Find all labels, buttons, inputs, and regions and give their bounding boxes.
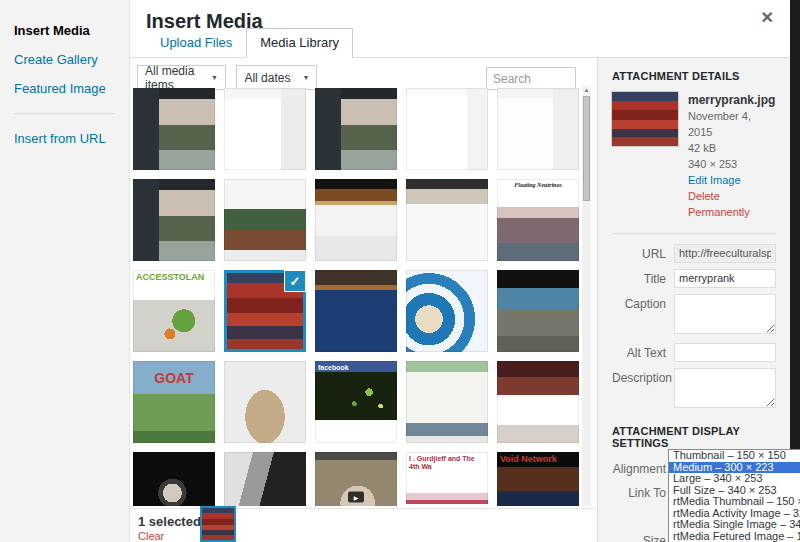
caption-field[interactable] <box>674 294 776 334</box>
menu-item-featured-image[interactable]: Featured Image <box>0 74 129 103</box>
clear-selection-link[interactable]: Clear <box>138 530 164 542</box>
play-icon: ▶ <box>348 492 364 503</box>
attachment-date: November 4, 2015 <box>688 109 776 141</box>
media-item-youtube-screenshot[interactable] <box>315 179 397 261</box>
tab-media-library[interactable]: Media Library <box>246 28 353 58</box>
description-field[interactable] <box>674 368 776 408</box>
media-item-form-screenshot[interactable] <box>406 88 488 170</box>
alt-text-field[interactable] <box>674 343 776 362</box>
display-settings-heading: ATTACHMENT DISPLAY SETTINGS <box>612 425 776 449</box>
date-filter[interactable]: All dates ▼ <box>236 65 317 90</box>
media-modal-menu: Insert Media Create Gallery Featured Ima… <box>0 0 130 542</box>
chevron-down-icon: ▼ <box>211 74 218 81</box>
media-router-tabs: Upload Files Media Library <box>146 28 353 58</box>
attachment-sidebar: ATTACHMENT DETAILS merryprank.jpg Novemb… <box>597 58 790 542</box>
edit-image-link[interactable]: Edit Image <box>688 173 776 189</box>
media-item-photo-archive-page[interactable] <box>315 270 397 352</box>
link-to-label: Link To <box>612 483 674 502</box>
selected-count: 1 selected <box>138 514 201 529</box>
grid-scrollbar[interactable]: ▲ <box>582 86 591 506</box>
insert-media-modal: Insert Media Create Gallery Featured Ima… <box>0 0 800 542</box>
title-field[interactable] <box>674 269 776 288</box>
media-item-wp-admin-screenshot[interactable] <box>133 179 215 261</box>
thumbnail-text: I . Gurdjieff and The 4th Wa <box>409 455 485 470</box>
media-grid: Floating NeutrinosACCESSTOLAN✓GOATfacebo… <box>133 88 584 506</box>
size-option[interactable]: rtMedia Thumbnail – 150 × 150 <box>669 496 800 508</box>
menu-item-create-gallery[interactable]: Create Gallery <box>0 45 129 74</box>
chevron-down-icon: ▼ <box>303 74 310 81</box>
thumbnail-text: Floating Neutrinos <box>500 182 576 189</box>
media-item-wp-admin-screenshot[interactable] <box>315 88 397 170</box>
url-field[interactable] <box>674 244 776 263</box>
media-item-gurdjieff-page[interactable]: I . Gurdjieff and The 4th Wa <box>406 452 488 506</box>
media-item-video-still[interactable]: ▶ <box>315 452 397 506</box>
media-library-main: All media items ▼ All dates ▼ Floating N… <box>130 58 597 542</box>
search-input[interactable] <box>486 67 576 90</box>
media-item-editor-screenshot[interactable] <box>224 88 306 170</box>
thumbnail-text: Void Network <box>500 455 576 465</box>
divider <box>612 233 776 234</box>
media-type-filter[interactable]: All media items ▼ <box>137 65 226 90</box>
attachment-meta: merryprank.jpg November 4, 2015 42 kB 34… <box>688 92 776 221</box>
media-item-wp-admin-screenshot[interactable] <box>133 88 215 170</box>
check-icon[interactable]: ✓ <box>284 270 306 292</box>
media-item-void-network-page[interactable]: Void Network <box>497 452 579 506</box>
media-item-facebook-page[interactable]: facebook <box>315 361 397 443</box>
attachment-details-heading: ATTACHMENT DETAILS <box>612 70 776 82</box>
size-option[interactable]: Large – 340 × 253 <box>669 473 800 485</box>
title-field-row: Title <box>612 269 776 288</box>
media-item-bw-portrait[interactable] <box>224 452 306 506</box>
media-item-frontline-club-photo[interactable] <box>224 361 306 443</box>
alt-text-label: Alt Text <box>612 343 674 362</box>
size-option[interactable]: Thumbnail – 150 × 150 <box>669 450 800 462</box>
thumbnail-text: ACCESSTOLAN <box>136 273 212 283</box>
selection-toolbar: 1 selected Clear <box>130 508 597 542</box>
delete-permanently-link[interactable]: Delete Permanently <box>688 189 776 221</box>
alignment-label: Alignment <box>612 459 674 478</box>
link-url-label <box>612 507 674 526</box>
scrollbar-thumb[interactable] <box>583 96 590 201</box>
attachment-filename: merryprank.jpg <box>688 92 776 109</box>
media-item-floating-neutrinos-page[interactable]: Floating Neutrinos <box>497 179 579 261</box>
description-field-row: Description <box>612 368 776 411</box>
media-item-chomsky-photo[interactable] <box>133 452 215 506</box>
attachment-dimensions: 340 × 253 <box>688 157 776 173</box>
media-item-goat-illustration[interactable]: GOAT <box>133 361 215 443</box>
menu-item-insert-from-url[interactable]: Insert from URL <box>0 124 129 153</box>
alt-text-field-row: Alt Text <box>612 343 776 362</box>
caption-label: Caption <box>612 294 674 337</box>
thumbnail-text: facebook <box>318 364 394 372</box>
caption-field-row: Caption <box>612 294 776 337</box>
url-field-row: URL <box>612 244 776 263</box>
media-item-blue-rings-photo[interactable] <box>406 270 488 352</box>
media-item-sea-shepherd-page[interactable] <box>497 270 579 352</box>
media-item-editor-screenshot[interactable] <box>497 88 579 170</box>
media-item-photo-collage[interactable] <box>497 361 579 443</box>
media-item-access-to-land-page[interactable]: ACCESSTOLAN <box>133 270 215 352</box>
size-label: Size <box>612 531 674 542</box>
tab-upload-files[interactable]: Upload Files <box>146 28 246 58</box>
menu-divider <box>14 113 115 114</box>
media-item-cultural-spaces-screenshot[interactable] <box>406 179 488 261</box>
media-item-merryprank-truck[interactable]: ✓ <box>224 270 306 352</box>
attachment-filesize: 42 kB <box>688 141 776 157</box>
size-option[interactable]: rtMedia Single Image – 340 × 253 <box>669 519 800 531</box>
modal-topbar: Insert Media ✕ Upload Files Media Librar… <box>130 0 790 58</box>
attachment-thumbnail <box>612 92 678 146</box>
thumbnail-text: GOAT <box>136 371 212 386</box>
media-item-wiki-page[interactable] <box>406 361 488 443</box>
description-label: Description <box>612 368 674 411</box>
selected-item-preview[interactable] <box>200 506 236 542</box>
date-filter-value: All dates <box>244 71 290 85</box>
menu-item-insert-media[interactable]: Insert Media <box>0 16 129 45</box>
media-item-social-video-screenshot[interactable] <box>224 179 306 261</box>
url-label: URL <box>612 244 674 263</box>
size-dropdown-list: Thumbnail – 150 × 150Medium – 300 × 223L… <box>668 449 800 542</box>
attachment-info: merryprank.jpg November 4, 2015 42 kB 34… <box>612 92 776 221</box>
title-label: Title <box>612 269 674 288</box>
close-icon[interactable]: ✕ <box>761 10 774 26</box>
size-option[interactable]: rtMedia Fetured Image – 100 × 100 <box>669 531 800 542</box>
scroll-up-icon[interactable]: ▲ <box>582 86 591 95</box>
